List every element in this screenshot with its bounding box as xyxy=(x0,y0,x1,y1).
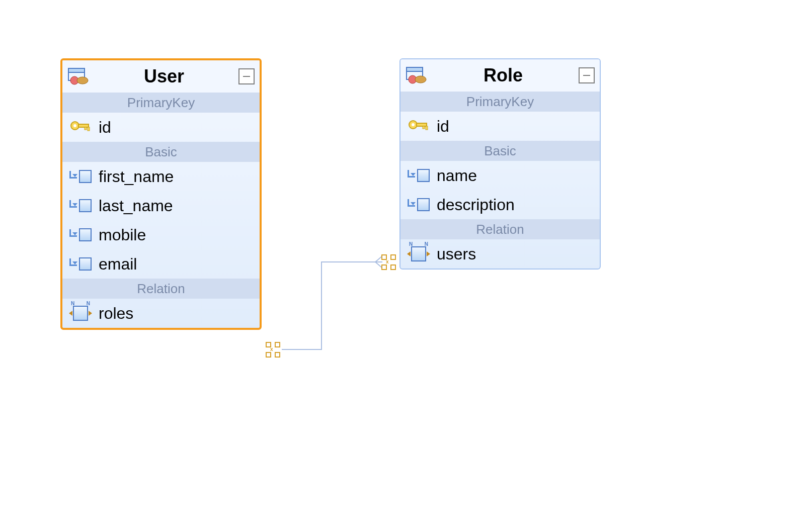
svg-rect-8 xyxy=(88,127,90,131)
entity-icon xyxy=(406,66,428,84)
entity-role[interactable]: Role PrimaryKey id Basic name descriptio… xyxy=(399,58,601,270)
field-label: users xyxy=(437,245,476,263)
entity-user[interactable]: User PrimaryKey id Basic first_name last… xyxy=(60,58,262,330)
key-icon xyxy=(69,118,92,136)
section-relation: Relation xyxy=(400,219,600,239)
svg-rect-17 xyxy=(426,126,428,130)
field-label: name xyxy=(437,166,477,185)
collapse-button[interactable] xyxy=(579,67,595,83)
field-icon xyxy=(408,196,430,214)
field-label: last_name xyxy=(99,197,173,215)
svg-rect-1 xyxy=(68,68,85,72)
collapse-button[interactable] xyxy=(238,68,255,84)
field-id[interactable]: id xyxy=(400,112,600,141)
field-description[interactable]: description xyxy=(400,190,600,219)
field-icon xyxy=(69,226,92,244)
field-id[interactable]: id xyxy=(62,113,260,142)
crows-foot-icon xyxy=(362,254,382,270)
entity-user-header[interactable]: User xyxy=(62,60,260,93)
connector-line xyxy=(321,261,366,262)
svg-rect-16 xyxy=(423,126,425,129)
entity-role-title: Role xyxy=(428,65,579,86)
connector-endpoint-icon: x xyxy=(266,342,281,357)
svg-rect-10 xyxy=(407,67,423,71)
field-last-name[interactable]: last_name xyxy=(62,191,260,220)
field-label: email xyxy=(99,255,137,274)
key-icon xyxy=(408,117,430,135)
field-email[interactable]: email xyxy=(62,249,260,279)
section-primarykey: PrimaryKey xyxy=(400,92,600,112)
field-label: id xyxy=(437,117,449,136)
field-icon xyxy=(408,166,430,185)
svg-point-5 xyxy=(73,124,76,127)
field-label: mobile xyxy=(99,226,146,244)
field-label: id xyxy=(99,118,111,137)
section-basic: Basic xyxy=(400,141,600,161)
field-first-name[interactable]: first_name xyxy=(62,162,260,191)
connector-line xyxy=(321,261,322,350)
connector-line xyxy=(282,349,322,350)
er-diagram-canvas[interactable]: User PrimaryKey id Basic first_name last… xyxy=(0,0,806,532)
field-icon xyxy=(69,167,92,186)
svg-rect-7 xyxy=(85,127,87,130)
field-icon xyxy=(69,255,92,273)
entity-icon xyxy=(67,67,90,85)
section-primarykey: PrimaryKey xyxy=(62,93,260,113)
section-relation: Relation xyxy=(62,279,260,299)
relation-icon: NN xyxy=(69,304,92,322)
svg-point-12 xyxy=(415,76,426,83)
connector-endpoint-icon: x xyxy=(381,254,396,270)
field-roles[interactable]: NN roles xyxy=(62,299,260,328)
field-label: first_name xyxy=(99,167,174,186)
field-icon xyxy=(69,197,92,215)
section-basic: Basic xyxy=(62,142,260,162)
svg-rect-6 xyxy=(78,124,89,127)
svg-point-3 xyxy=(77,77,88,84)
relation-icon: NN xyxy=(408,245,430,263)
field-label: roles xyxy=(99,304,133,323)
field-label: description xyxy=(437,196,515,214)
entity-user-title: User xyxy=(90,66,238,87)
svg-point-14 xyxy=(412,123,415,126)
field-mobile[interactable]: mobile xyxy=(62,220,260,249)
entity-role-header[interactable]: Role xyxy=(400,59,600,92)
svg-rect-15 xyxy=(417,123,427,126)
field-users[interactable]: NN users xyxy=(400,239,600,269)
field-name[interactable]: name xyxy=(400,161,600,190)
